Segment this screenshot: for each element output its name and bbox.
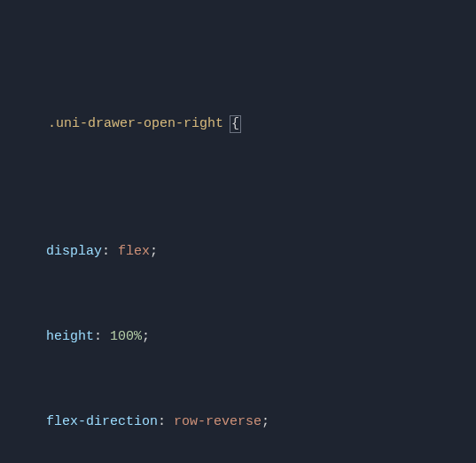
css-selector: .uni-drawer-open-right <box>48 116 223 131</box>
css-property: flex-direction <box>46 414 158 429</box>
semicolon: ; <box>142 329 150 344</box>
code-line: height: 100%; <box>0 326 476 348</box>
css-value: flex <box>118 244 150 259</box>
css-value: 100% <box>110 329 142 344</box>
code-line: display: flex; <box>0 241 476 263</box>
colon: : <box>158 414 174 429</box>
semicolon: ; <box>261 414 269 429</box>
css-property: height <box>46 329 94 344</box>
code-line: .uni-drawer-open-right { <box>0 92 476 156</box>
css-value: row-reverse <box>174 414 261 429</box>
code-line: flex-direction: row-reverse; <box>0 412 476 433</box>
brace-open: { <box>230 115 241 133</box>
colon: : <box>94 329 110 344</box>
semicolon: ; <box>150 244 158 259</box>
code-editor[interactable]: .uni-drawer-open-right { display: flex; … <box>0 7 476 463</box>
colon: : <box>102 244 118 259</box>
css-property: display <box>46 244 102 259</box>
